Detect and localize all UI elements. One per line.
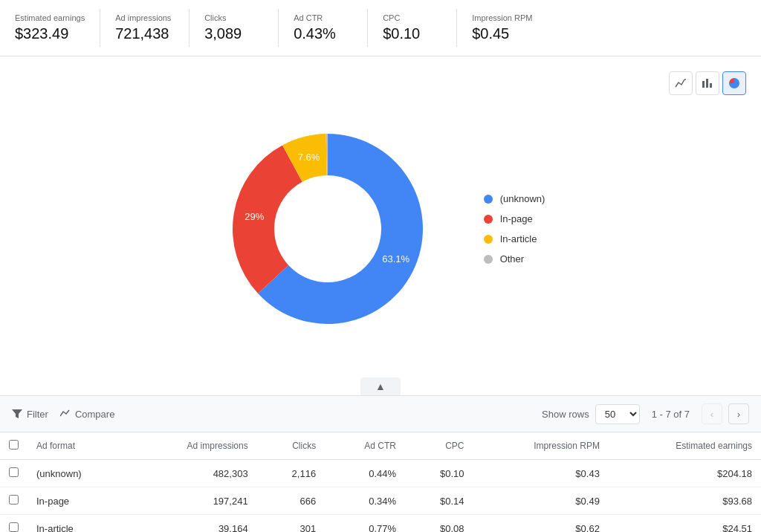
row-checkbox[interactable]	[9, 467, 19, 477]
pagination-info: 1 - 7 of 7	[652, 409, 690, 420]
chart-legend: (unknown) In-page In-article Other	[484, 193, 545, 265]
table-row: (unknown) 482,303 2,116 0.44% $0.10 $0.4…	[0, 460, 761, 487]
row-checkbox-cell[interactable]	[0, 487, 27, 515]
compare-button[interactable]: Compare	[60, 406, 114, 423]
cell-ad-impressions: 39,164	[129, 515, 257, 533]
col-ad-ctr: Ad CTR	[325, 432, 405, 460]
table-row: In-page 197,241 666 0.34% $0.14 $0.49 $9…	[0, 487, 761, 515]
metric-item: Estimated earnings $323.49	[0, 9, 100, 47]
legend-label: Other	[500, 253, 525, 265]
collapse-btn[interactable]: ▲	[360, 377, 401, 395]
metric-value: 3,089	[204, 25, 263, 42]
filter-bar-right: Show rows 10 25 50 100 1 - 7 of 7 ‹ ›	[542, 403, 749, 424]
legend-dot	[484, 235, 493, 244]
cell-ad-format: In-page	[27, 487, 129, 515]
pie-chart-btn[interactable]	[722, 71, 746, 95]
row-checkbox-cell[interactable]	[0, 515, 27, 533]
metric-label: CPC	[383, 13, 441, 22]
svg-rect-1	[706, 79, 708, 88]
prev-page-btn[interactable]: ‹	[702, 403, 722, 424]
col-cpc: CPC	[405, 432, 473, 460]
legend-label: (unknown)	[500, 193, 545, 204]
filter-button[interactable]: Filter	[12, 406, 48, 423]
select-all-col[interactable]	[0, 432, 27, 460]
metric-item: Ad impressions 721,438	[100, 9, 190, 47]
rows-select[interactable]: 10 25 50 100	[595, 404, 640, 424]
metric-item: Impression RPM $0.45	[457, 9, 547, 47]
svg-rect-0	[702, 81, 705, 88]
cell-impression-rpm: $0.49	[473, 487, 609, 515]
cell-clicks: 666	[257, 487, 326, 515]
row-checkbox[interactable]	[9, 495, 19, 505]
legend-label: In-article	[500, 233, 537, 244]
cell-clicks: 2,116	[257, 460, 326, 487]
col-ad-format: Ad format	[27, 432, 129, 460]
slice-label: 7.6%	[297, 152, 320, 163]
cell-ad-ctr: 0.34%	[325, 487, 405, 515]
metric-value: 721,438	[115, 25, 174, 42]
col-clicks: Clicks	[257, 432, 326, 460]
donut-chart: 63.1% 63.1%29%7.6%	[216, 117, 439, 340]
metric-label: Ad CTR	[294, 13, 352, 22]
chart-container: 63.1% 63.1%29%7.6% (unknown) In-page In-…	[15, 103, 746, 363]
compare-label: Compare	[75, 409, 114, 420]
metric-item: CPC $0.10	[368, 9, 457, 47]
row-checkbox-cell[interactable]	[0, 460, 27, 487]
legend-item: Other	[484, 253, 545, 265]
col-estimated-earnings: Estimated earnings	[609, 432, 761, 460]
legend-dot	[484, 195, 493, 204]
cell-ad-format: In-article	[27, 515, 129, 533]
metric-value: $0.10	[383, 25, 441, 42]
metrics-bar: Estimated earnings $323.49 Ad impression…	[0, 0, 761, 56]
slice-label: 29%	[245, 211, 264, 222]
data-table: Ad format Ad impressions Clicks Ad CTR C…	[0, 432, 761, 532]
legend-dot	[484, 215, 493, 224]
cell-cpc: $0.14	[405, 487, 473, 515]
svg-marker-4	[12, 409, 22, 418]
row-checkbox[interactable]	[9, 522, 19, 532]
legend-item: In-article	[484, 233, 545, 244]
cell-impression-rpm: $0.62	[473, 515, 609, 533]
filter-bar: Filter Compare Show rows 10 25 50 100 1 …	[0, 396, 761, 432]
metric-label: Ad impressions	[115, 13, 174, 22]
metric-label: Impression RPM	[472, 13, 532, 22]
filter-bar-left: Filter Compare	[12, 406, 114, 423]
cell-cpc: $0.10	[405, 460, 473, 487]
table-row: In-article 39,164 301 0.77% $0.08 $0.62 …	[0, 515, 761, 533]
metric-item: Clicks 3,089	[190, 9, 279, 47]
cell-ad-impressions: 197,241	[129, 487, 257, 515]
chart-section: 63.1% 63.1%29%7.6% (unknown) In-page In-…	[0, 56, 761, 377]
metric-value: $323.49	[15, 25, 85, 42]
cell-estimated-earnings: $204.18	[609, 460, 761, 487]
legend-dot	[484, 255, 493, 264]
cell-ad-format: (unknown)	[27, 460, 129, 487]
cell-clicks: 301	[257, 515, 326, 533]
cell-ad-ctr: 0.44%	[325, 460, 405, 487]
metric-label: Estimated earnings	[15, 13, 85, 22]
bar-chart-btn[interactable]	[696, 71, 719, 95]
col-ad-impressions: Ad impressions	[129, 432, 257, 460]
chart-toolbar	[15, 71, 746, 95]
slice-label: 63.1%	[382, 253, 409, 265]
metric-item: Ad CTR 0.43%	[279, 9, 368, 47]
next-page-btn[interactable]: ›	[728, 403, 749, 424]
col-impression-rpm: Impression RPM	[473, 432, 609, 460]
metric-value: 0.43%	[294, 25, 352, 42]
cell-estimated-earnings: $24.51	[609, 515, 761, 533]
legend-label: In-page	[500, 213, 533, 224]
select-all-checkbox[interactable]	[9, 440, 19, 450]
metric-value: $0.45	[472, 25, 532, 42]
line-chart-btn[interactable]	[669, 71, 693, 95]
cell-cpc: $0.08	[405, 515, 473, 533]
cell-ad-ctr: 0.77%	[325, 515, 405, 533]
show-rows-label: Show rows	[542, 409, 589, 420]
cell-ad-impressions: 482,303	[129, 460, 257, 487]
cell-estimated-earnings: $93.68	[609, 487, 761, 515]
legend-item: In-page	[484, 213, 545, 224]
svg-rect-2	[710, 83, 712, 88]
metric-label: Clicks	[204, 13, 263, 22]
collapse-handle[interactable]: ▲	[0, 377, 761, 395]
filter-label: Filter	[27, 409, 48, 420]
cell-impression-rpm: $0.43	[473, 460, 609, 487]
legend-item: (unknown)	[484, 193, 545, 204]
